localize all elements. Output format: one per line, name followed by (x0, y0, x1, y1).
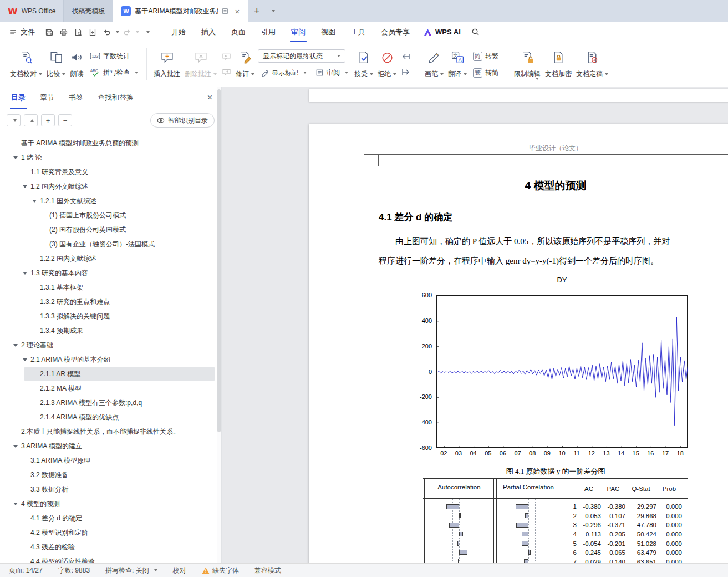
outline-item[interactable]: 1.1 研究背景及意义 (0, 165, 217, 179)
outline-item[interactable]: 1.2 国内外文献综述 (0, 179, 217, 194)
search-icon[interactable] (469, 25, 483, 39)
outline-item[interactable]: 3.3 数据分析 (0, 482, 217, 497)
sidebar-tab[interactable]: 章节 (39, 87, 55, 109)
outline-item[interactable]: 2.1.4 ARIMA 模型的优缺点 (0, 410, 217, 424)
outline-item[interactable]: 2.1 ARIMA 模型的基本介绍 (0, 352, 217, 367)
word-count-indicator[interactable]: 字数: 9883 (58, 566, 90, 575)
accept-button[interactable]: 接受 (352, 47, 375, 82)
outline-item[interactable]: 2.1.2 MA 模型 (0, 381, 217, 396)
tab-wps-office[interactable]: W WPS Office (0, 0, 64, 22)
outline-item[interactable]: 3.2 数据准备 (0, 468, 217, 482)
word-count-button[interactable]: 123 字数统计 (87, 49, 141, 63)
undo-button[interactable] (100, 26, 119, 39)
collapse-all-button[interactable] (24, 114, 38, 126)
outline-item[interactable]: 3 ARIMA 模型的建立 (0, 439, 217, 453)
expand-arrow-icon[interactable] (13, 156, 18, 159)
menu-item[interactable]: 引用 (253, 22, 283, 42)
expand-arrow-icon[interactable] (13, 344, 18, 347)
sidebar-scrollbar-thumb[interactable] (217, 89, 221, 432)
finalize-button[interactable]: 文档定稿 (574, 47, 610, 82)
pen-button[interactable]: 画笔 (422, 47, 446, 82)
proofread-status[interactable]: 校对 (173, 566, 186, 575)
compatibility-mode-indicator[interactable]: 兼容模式 (254, 566, 281, 575)
file-menu-button[interactable]: 文件 (9, 27, 35, 37)
smart-identify-toc-button[interactable]: 智能识别目录 (150, 113, 215, 128)
outline-item[interactable]: (1) 德国上市股份公司模式 (0, 208, 217, 222)
expand-arrow-icon[interactable] (13, 445, 18, 448)
outline-item[interactable]: 2.本质上只能捕捉线性关系，而不能捕捉非线性关系。 (0, 424, 217, 439)
compare-button[interactable]: 比较 (44, 47, 68, 82)
print-icon[interactable] (57, 26, 70, 39)
page-indicator[interactable]: 页面: 14/27 (9, 566, 43, 575)
sidebar-tab[interactable]: 查找和替换 (96, 87, 135, 109)
ribbon-more-chevron-icon[interactable] (533, 74, 539, 82)
outline-item[interactable]: (2) 国有股份公司英国模式 (0, 222, 217, 237)
tab-list-chevron-icon[interactable] (265, 0, 279, 22)
menu-item[interactable]: 审阅 (283, 22, 313, 42)
tab-docer-template[interactable]: 找稿壳模板 (64, 0, 113, 22)
redo-icon[interactable] (120, 26, 134, 39)
sidebar-tab[interactable]: 书签 (68, 87, 84, 109)
outline-item[interactable]: 1 绪 论 (0, 150, 217, 165)
tab-close-icon[interactable]: × (233, 7, 241, 16)
outline-item[interactable]: 4 模型的预测 (0, 497, 217, 511)
outline-item[interactable]: 2.1.1 AR 模型 (0, 367, 217, 381)
outline-item[interactable]: 1.3.4 预期成果 (0, 323, 217, 338)
outline-item[interactable]: (3) 国有企业（独资公司）-法国模式 (0, 237, 217, 251)
to-simplified-button[interactable]: 繁 转简 (470, 66, 501, 79)
export-pdf-icon[interactable] (86, 26, 99, 39)
markup-state-dropdown[interactable]: 显示标记的最终状态 (258, 49, 345, 63)
menu-item[interactable]: 开始 (164, 22, 194, 42)
next-comment-icon[interactable] (220, 66, 232, 78)
zoom-out-outline-button[interactable]: − (58, 114, 72, 126)
expand-all-button[interactable] (7, 114, 21, 126)
menu-item[interactable]: 视图 (313, 22, 343, 42)
outline-item[interactable]: 3.1 ARIMA 模型原理 (0, 453, 217, 468)
expand-arrow-icon[interactable] (32, 200, 37, 203)
expand-arrow-icon[interactable] (13, 503, 18, 505)
delete-comment-button[interactable]: 删除批注 (182, 47, 219, 82)
menu-item[interactable]: 工具 (343, 22, 373, 42)
outline-item[interactable]: 4.3 残差的检验 (0, 540, 217, 554)
sidebar-close-icon[interactable]: × (207, 93, 212, 103)
translate-button[interactable]: 文A 翻译 (446, 47, 469, 82)
outline-item[interactable]: 4.2 模型识别和定阶 (0, 525, 217, 540)
read-aloud-button[interactable]: 朗读 (68, 47, 86, 82)
menu-item[interactable]: 插入 (194, 22, 223, 42)
outline-item[interactable]: 基于 ARIMA 模型对邮政业务总额的预测 (0, 136, 217, 150)
outline-item[interactable]: 1.2.1 国外文献综述 (0, 194, 217, 208)
new-tab-button[interactable]: + (248, 0, 265, 22)
zoom-in-outline-button[interactable]: + (41, 114, 55, 126)
previous-comment-icon[interactable] (220, 50, 232, 63)
sidebar-scrollbar[interactable] (217, 87, 221, 563)
menu-item[interactable]: 页面 (223, 22, 253, 42)
to-traditional-button[interactable]: 简 转繁 (470, 49, 501, 63)
document-page[interactable]: 毕业设计（论文） 4 模型的预测 4.1 差分 d 的确定 由上图可知，确定的 … (309, 124, 728, 563)
outline-item[interactable]: 2.1.3 ARIMA 模型有三个参数:p,d,q (0, 396, 217, 410)
tab-current-document[interactable]: W 基于ARIMA模型对邮政业务总 × (113, 0, 248, 22)
encrypt-button[interactable]: 文档加密 (543, 47, 574, 82)
next-change-icon[interactable] (400, 66, 412, 78)
outline-item[interactable]: 4.1 差分 d 的确定 (0, 511, 217, 525)
quick-access-more-icon[interactable] (140, 26, 154, 39)
outline-item[interactable]: 1.3.2 研究的重点和难点 (0, 295, 217, 309)
missing-font-warning[interactable]: 缺失字体 (202, 566, 239, 575)
redo-button[interactable] (120, 26, 139, 39)
save-icon[interactable] (43, 26, 56, 39)
proofread-button[interactable]: 文档校对 (8, 47, 44, 82)
sidebar-tab[interactable]: 目录 (10, 87, 27, 109)
outline-item[interactable]: 1.2.2 国内文献综述 (0, 251, 217, 266)
review-pane-button[interactable]: 审阅 (313, 66, 351, 79)
menu-item[interactable]: 会员专享 (373, 22, 418, 42)
outline-item[interactable]: 4.4 模型的适应性检验 (0, 554, 217, 563)
outline-item[interactable]: 1.3.3 拟解决的关键问题 (0, 309, 217, 323)
outline-item[interactable]: 1.3 研究的基本内容 (0, 266, 217, 280)
expand-arrow-icon[interactable] (23, 185, 27, 188)
spell-check-status[interactable]: 拼写检查: 关闭 (105, 566, 157, 575)
show-markup-button[interactable]: 显示标记 (258, 66, 309, 79)
outline-item[interactable]: 1.3.1 基本框架 (0, 280, 217, 295)
expand-arrow-icon[interactable] (23, 358, 27, 361)
track-changes-button[interactable]: 修订 (233, 47, 257, 82)
expand-arrow-icon[interactable] (23, 272, 27, 275)
previous-change-icon[interactable] (400, 50, 412, 63)
